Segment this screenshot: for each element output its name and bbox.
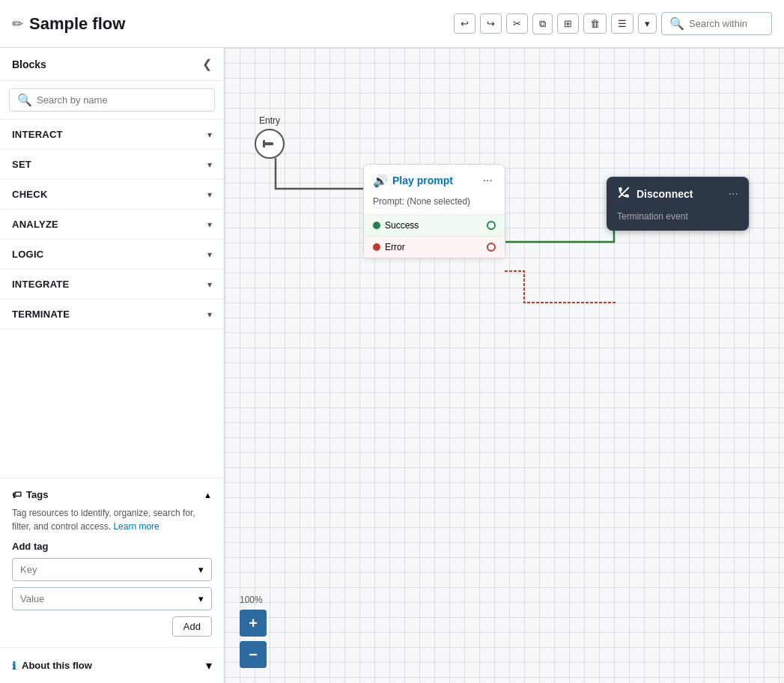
chevron-down-icon: ▾ bbox=[207, 279, 212, 290]
entry-label: Entry bbox=[259, 115, 280, 126]
undo-button[interactable]: ↩ bbox=[454, 13, 475, 34]
play-prompt-menu-button[interactable]: ··· bbox=[480, 172, 496, 189]
zoom-in-button[interactable]: + bbox=[240, 610, 267, 637]
blocks-search-area: 🔍 bbox=[0, 81, 224, 120]
tag-key-select[interactable]: Key ▾ bbox=[12, 558, 212, 581]
add-tag-label: Add tag bbox=[12, 541, 212, 552]
paste-button[interactable]: ⊞ bbox=[557, 13, 579, 34]
tags-title: 🏷 Tags bbox=[12, 489, 48, 500]
delete-button[interactable]: 🗑 bbox=[583, 13, 607, 34]
blocks-search-inner: 🔍 bbox=[9, 88, 215, 112]
add-tag-row: Add bbox=[12, 616, 212, 637]
accordion-check-label: CHECK bbox=[12, 189, 48, 200]
accordion-terminate-header[interactable]: TERMINATE ▾ bbox=[0, 300, 224, 329]
tags-section: 🏷 Tags ▲ Tag resources to identify, orga… bbox=[0, 478, 224, 647]
accordion-terminate-label: TERMINATE bbox=[12, 309, 70, 320]
copy-button[interactable]: ⧉ bbox=[532, 13, 553, 34]
entry-circle[interactable] bbox=[255, 129, 285, 159]
disconnect-title: Disconnect bbox=[636, 188, 693, 200]
search-blocks-icon: 🔍 bbox=[17, 93, 32, 107]
zoom-out-button[interactable]: − bbox=[240, 641, 267, 668]
accordion-logic-label: LOGIC bbox=[12, 249, 43, 260]
entry-symbol-icon bbox=[261, 135, 279, 153]
disconnect-body: Termination event bbox=[607, 211, 749, 231]
chevron-down-icon: ▾ bbox=[207, 130, 212, 140]
disconnect-phone-icon bbox=[617, 186, 630, 199]
play-prompt-body: Prompt: (None selected) bbox=[364, 193, 505, 214]
accordion-analyze: ANALYZE ▾ bbox=[0, 210, 224, 240]
info-icon: ℹ bbox=[12, 660, 16, 672]
play-prompt-node: 🔊 Play prompt ··· Prompt: (None selected… bbox=[363, 164, 505, 258]
accordion-terminate: TERMINATE ▾ bbox=[0, 300, 224, 330]
search-icon: 🔍 bbox=[669, 16, 684, 31]
disconnect-menu-button[interactable]: ··· bbox=[729, 187, 738, 201]
disconnect-node: Disconnect ··· Termination event bbox=[607, 177, 749, 231]
accordion-analyze-label: ANALYZE bbox=[12, 219, 58, 230]
accordion-set: SET ▾ bbox=[0, 150, 224, 180]
about-left: ℹ About this flow bbox=[12, 660, 92, 672]
disconnect-header: Disconnect ··· bbox=[607, 177, 749, 211]
add-tag-button[interactable]: Add bbox=[172, 616, 212, 637]
accordion-interact: INTERACT ▾ bbox=[0, 120, 224, 150]
learn-more-link[interactable]: Learn more bbox=[113, 521, 159, 532]
error-dot bbox=[373, 243, 380, 251]
sidebar-header: Blocks ❮ bbox=[0, 48, 224, 81]
phone-icon bbox=[617, 186, 630, 202]
error-handle[interactable] bbox=[487, 243, 496, 252]
disconnect-title-row: Disconnect bbox=[617, 186, 693, 202]
zoom-level: 100% bbox=[240, 595, 263, 605]
accordion-analyze-header[interactable]: ANALYZE ▾ bbox=[0, 210, 224, 239]
chevron-down-icon: ▾ bbox=[207, 160, 212, 170]
flow-canvas[interactable]: Entry 🔊 Play prompt ··· Prompt: (None se… bbox=[225, 48, 784, 683]
svg-rect-2 bbox=[263, 140, 265, 148]
chevron-up-icon[interactable]: ▲ bbox=[204, 491, 212, 500]
accordion-check-header[interactable]: CHECK ▾ bbox=[0, 180, 224, 209]
accordion-set-label: SET bbox=[12, 159, 31, 170]
accordion-integrate-header[interactable]: INTEGRATE ▾ bbox=[0, 270, 224, 299]
tag-value-select[interactable]: Value ▾ bbox=[12, 587, 212, 610]
speaker-icon: 🔊 bbox=[373, 174, 388, 188]
about-section[interactable]: ℹ About this flow ▾ bbox=[0, 647, 224, 683]
success-handle[interactable] bbox=[487, 221, 496, 230]
connections-layer bbox=[225, 48, 784, 683]
cut-button[interactable]: ✂ bbox=[506, 13, 528, 34]
accordion-check: CHECK ▾ bbox=[0, 180, 224, 210]
success-dot bbox=[373, 222, 380, 229]
chevron-down-icon: ▾ bbox=[207, 249, 212, 260]
play-prompt-title-row: 🔊 Play prompt bbox=[373, 174, 453, 188]
entry-node: Entry bbox=[255, 115, 285, 159]
more-options-button[interactable]: ☰ bbox=[611, 13, 633, 34]
success-output-inner: Success bbox=[373, 220, 419, 231]
tags-header: 🏷 Tags ▲ bbox=[12, 489, 212, 500]
redo-button[interactable]: ↪ bbox=[480, 13, 502, 34]
accordion-interact-header[interactable]: INTERACT ▾ bbox=[0, 120, 224, 149]
success-output: Success bbox=[364, 214, 505, 236]
header-toolbar: ↩ ↪ ✂ ⧉ ⊞ 🗑 ☰ ▾ 🔍 bbox=[454, 12, 772, 35]
sidebar: Blocks ❮ 🔍 INTERACT ▾ SET ▾ CHECK bbox=[0, 48, 225, 683]
accordion-set-header[interactable]: SET ▾ bbox=[0, 150, 224, 179]
chevron-down-icon: ▾ bbox=[207, 219, 212, 230]
zoom-controls: 100% + − bbox=[240, 595, 267, 668]
header: ✏ Sample flow ↩ ↪ ✂ ⧉ ⊞ 🗑 ☰ ▾ 🔍 bbox=[0, 0, 784, 48]
collapse-sidebar-button[interactable]: ❮ bbox=[202, 57, 212, 71]
accordion-logic-header[interactable]: LOGIC ▾ bbox=[0, 240, 224, 269]
dropdown-button[interactable]: ▾ bbox=[638, 13, 657, 34]
play-prompt-title: Play prompt bbox=[392, 174, 453, 186]
key-chevron-icon: ▾ bbox=[198, 564, 204, 575]
main-layout: Blocks ❮ 🔍 INTERACT ▾ SET ▾ CHECK bbox=[0, 48, 784, 683]
sidebar-title: Blocks bbox=[12, 58, 46, 70]
accordion-interact-label: INTERACT bbox=[12, 129, 63, 140]
page-title: Sample flow bbox=[29, 14, 125, 34]
chevron-down-icon: ▾ bbox=[207, 189, 212, 200]
edit-icon[interactable]: ✏ bbox=[12, 16, 23, 32]
value-chevron-icon: ▾ bbox=[198, 593, 204, 604]
play-prompt-outputs: Success Error bbox=[364, 214, 505, 258]
play-prompt-header: 🔊 Play prompt ··· bbox=[364, 165, 505, 193]
tag-icon: 🏷 bbox=[12, 489, 22, 500]
sidebar-spacer bbox=[0, 330, 224, 478]
error-output-inner: Error bbox=[373, 242, 405, 252]
key-placeholder: Key bbox=[20, 564, 37, 575]
about-chevron-icon: ▾ bbox=[206, 658, 212, 673]
search-blocks-input[interactable] bbox=[37, 94, 207, 106]
search-input[interactable] bbox=[689, 18, 764, 29]
